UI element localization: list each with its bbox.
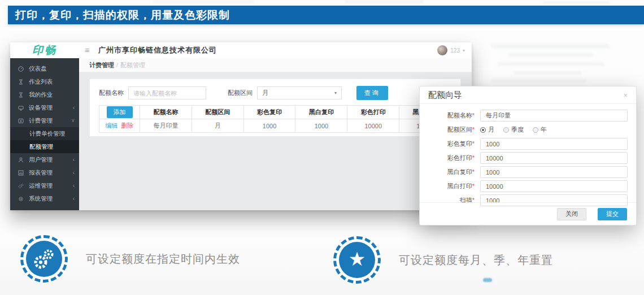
- background-decor: [508, 53, 593, 57]
- app-window: 印畅 ≡ 广州市享印畅链信息技术有限公司 123 ▾ 仪表盘 作业列表 我的作业: [10, 42, 472, 210]
- close-button[interactable]: 关闭: [557, 208, 586, 220]
- username: 123: [450, 47, 460, 54]
- feature-text: 可设定额度在指定时间内生效: [86, 251, 240, 267]
- interval-radio-group: 月 季度 年: [480, 125, 547, 134]
- radio-year[interactable]: 年: [533, 125, 547, 134]
- modal-title: 配额向导: [428, 90, 462, 101]
- background-decor: [345, 0, 424, 3]
- sidebar-item-label: 运维管理: [29, 182, 53, 190]
- cell-bw-copy: 1000: [295, 119, 347, 133]
- quota-name-field[interactable]: [480, 110, 628, 122]
- background-decor: [491, 44, 610, 49]
- chart-icon: [18, 170, 24, 176]
- breadcrumb-current: 配额管理: [120, 62, 145, 68]
- sidebar-item-my-jobs[interactable]: 我的作业: [10, 88, 79, 101]
- submit-button[interactable]: 提交: [598, 208, 627, 220]
- star-icon: ★: [339, 242, 375, 278]
- sidebar-item-devices[interactable]: 设备管理 ‹: [10, 101, 79, 114]
- company-name: 广州市享印畅链信息技术有限公司: [98, 45, 217, 55]
- chevron-down-icon: ˅: [71, 118, 75, 124]
- sidebar-item-dashboard[interactable]: 仪表盘: [10, 62, 79, 75]
- caret-down-icon: ▾: [334, 90, 337, 96]
- edit-link[interactable]: 编辑: [106, 122, 118, 129]
- field-bw-print: 黑白打印*: [428, 180, 628, 192]
- close-icon[interactable]: ×: [623, 91, 628, 99]
- chevron-left-icon: ‹: [73, 105, 75, 111]
- field-label: 黑白复印*: [428, 168, 480, 176]
- chevron-left-icon: ‹: [73, 196, 75, 202]
- cell-quota-name: 每月印量: [140, 119, 192, 133]
- column-header: 彩色打印: [347, 106, 399, 119]
- user-icon: [18, 157, 24, 163]
- app-logo: 印畅: [10, 43, 79, 58]
- breadcrumb: 计费管理/配额管理: [79, 58, 472, 72]
- gears-icon: [18, 183, 24, 189]
- radio-month[interactable]: 月: [480, 125, 494, 134]
- user-menu[interactable]: 123 ▾: [437, 45, 472, 55]
- filter-bar: 配额名称 配额区间 月 ▾ 查询: [90, 79, 460, 104]
- content-area: 配额名称 配额区间 月 ▾ 查询 添加 配额名称 配额区间 彩色复印: [79, 72, 472, 210]
- sidebar-item-label: 用户管理: [29, 156, 53, 164]
- feature-reset-cycle: ★ 可设定额度每月、季、年重置: [333, 236, 553, 284]
- search-button[interactable]: 查询: [356, 86, 388, 100]
- field-label: 配额名称*: [428, 111, 480, 120]
- page: 打印，复印，扫描的权限，用量及色彩限制 印畅 ≡ 广州市享印畅链信息技术有限公司…: [0, 0, 644, 295]
- modal-header: 配额向导 ×: [420, 86, 636, 104]
- billing-submenu: 计费单价管理 配额管理: [10, 127, 79, 153]
- bw-copy-field[interactable]: [480, 166, 628, 178]
- sidebar-item-label: 作业列表: [29, 78, 53, 86]
- cell-color-copy: 1000: [243, 119, 295, 133]
- background-decor: [153, 0, 254, 3]
- sidebar-item-system[interactable]: 系统管理 ‹: [10, 192, 79, 205]
- column-header: 配额区间: [192, 106, 243, 119]
- gears-badge: [20, 235, 68, 283]
- quota-name-input[interactable]: [128, 86, 206, 99]
- breadcrumb-section[interactable]: 计费管理: [89, 62, 114, 68]
- sidebar-item-label: 系统管理: [29, 195, 53, 203]
- background-decor: [542, 1, 610, 4]
- background-decor: [497, 62, 604, 66]
- chevron-left-icon: ‹: [73, 157, 75, 163]
- delete-link[interactable]: 删除: [121, 122, 134, 129]
- quota-wizard-modal: 配额向导 × 配额名称* 配额区间* 月 季度 年 彩色复印* 彩色打印*: [419, 86, 637, 225]
- modal-body: 配额名称* 配额区间* 月 季度 年 彩色复印* 彩色打印* 黑白复印*: [420, 104, 636, 206]
- radio-quarter[interactable]: 季度: [503, 125, 524, 134]
- sidebar-item-billing[interactable]: 计费管理 ˅: [10, 114, 79, 127]
- quota-interval-select[interactable]: 月 ▾: [257, 86, 342, 99]
- color-copy-field[interactable]: [480, 138, 628, 150]
- quota-card: 配额名称 配额区间 月 ▾ 查询 添加 配额名称 配额区间 彩色复印: [89, 79, 461, 137]
- radio-icon: [503, 127, 509, 133]
- banner-title: 打印，复印，扫描的权限，用量及色彩限制: [8, 6, 644, 24]
- quota-interval-label: 配额区间: [228, 89, 253, 97]
- hourglass-icon: [18, 79, 24, 85]
- sidebar-item-label: 计费管理: [29, 117, 53, 125]
- add-button[interactable]: 添加: [107, 106, 133, 118]
- topbar: 印畅 ≡ 广州市享印畅链信息技术有限公司 123 ▾: [10, 42, 472, 58]
- column-header: 彩色复印: [243, 106, 295, 119]
- hourglass-icon: [18, 92, 24, 98]
- menu-toggle-icon[interactable]: ≡: [79, 46, 95, 55]
- sidebar-item-unit-price[interactable]: 计费单价管理: [10, 127, 79, 140]
- field-quota-interval: 配额区间* 月 季度 年: [428, 124, 628, 136]
- sidebar-item-users[interactable]: 用户管理 ‹: [10, 153, 79, 166]
- chevron-left-icon: ‹: [73, 183, 75, 189]
- color-print-field[interactable]: [480, 152, 628, 164]
- select-value: 月: [262, 89, 268, 97]
- sidebar-item-job-list[interactable]: 作业列表: [10, 75, 79, 88]
- billing-icon: [18, 118, 24, 124]
- gears-icon: [26, 241, 62, 277]
- sidebar-item-quota[interactable]: 配额管理: [10, 140, 79, 153]
- quota-table: 添加 配额名称 配额区间 彩色复印 黑白复印 彩色打印 黑白打印 编辑删除 每月…: [99, 105, 451, 133]
- gauge-icon: [18, 66, 24, 72]
- bw-print-field[interactable]: [480, 180, 628, 192]
- feature-time-limit: 可设定额度在指定时间内生效: [20, 235, 240, 283]
- caret-down-icon: ▾: [463, 48, 465, 53]
- sidebar-item-reports[interactable]: 报表管理 ‹: [10, 166, 79, 179]
- sidebar-item-label: 仪表盘: [29, 65, 47, 73]
- field-label: 彩色打印*: [428, 154, 480, 162]
- cell-color-print: 10000: [347, 119, 399, 133]
- avatar[interactable]: [437, 45, 447, 55]
- field-color-copy: 彩色复印*: [428, 138, 628, 150]
- background-decor: [514, 71, 582, 75]
- sidebar-item-ops[interactable]: 运维管理 ‹: [10, 179, 79, 192]
